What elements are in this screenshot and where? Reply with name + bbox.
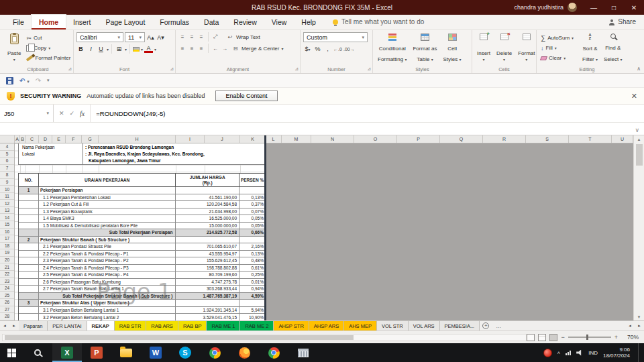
delete-cells-button[interactable]: Delete ▾ [494, 32, 514, 64]
increase-decimal-button[interactable]: ←.0 [333, 44, 342, 54]
scroll-up-icon[interactable]: ▲ [637, 135, 641, 143]
copy-button[interactable]: Copy ▾ [25, 44, 72, 52]
cell-uraian[interactable]: 2.3 Pekerjaan Tanah & Pondasi Pilecap - … [39, 257, 176, 264]
sheet-tab-rekap[interactable]: REKAP [87, 321, 115, 330]
minimize-button[interactable]: — [584, 0, 604, 15]
cell-persen[interactable]: 0,13% [239, 251, 265, 257]
cut-button[interactable]: ✂Cut [25, 34, 72, 42]
cell-uraian[interactable]: Pekerjaan Struktur Bawah ( Sub Structure… [39, 237, 176, 243]
page-break-boundary[interactable] [264, 135, 266, 320]
merge-center-button[interactable]: ⊟Merge & Center ▾ [230, 44, 284, 53]
ribbon-tab-home[interactable]: Home [32, 15, 66, 29]
row-header-8[interactable]: 8 [0, 172, 14, 179]
skype-icon[interactable]: S [170, 343, 200, 362]
cell-no[interactable] [19, 314, 39, 320]
cell-persen[interactable] [239, 237, 265, 243]
start-button[interactable] [0, 343, 23, 362]
file-explorer-icon[interactable] [111, 343, 141, 362]
table-row[interactable]: 3.1 Pekerjaan Beton Bertulang Lantai 11.… [19, 307, 265, 314]
cell-no[interactable] [19, 243, 39, 250]
cell-uraian[interactable]: 2.5 Pekerjaan Tanah & Pondasi Pilecap - … [39, 272, 176, 278]
clipboard-dialog-launcher[interactable]: ⊿ [68, 66, 72, 72]
cell-persen[interactable]: 0,48% [239, 257, 265, 264]
align-left-button[interactable]: ≡ [178, 46, 186, 52]
sheet-nav-right-icon[interactable]: ▸ [9, 321, 19, 330]
cell-jumlah[interactable]: 16.525.000,00 [176, 215, 239, 222]
font-size-select[interactable]: 11▾ [125, 32, 145, 42]
cell-no[interactable] [19, 208, 39, 215]
column-header-E[interactable]: E [52, 135, 66, 143]
format-as-table-button[interactable]: Format as Table ▾ [411, 32, 439, 64]
clock[interactable]: 9:06 18/07/2024 [603, 347, 630, 359]
cell-uraian[interactable]: 2.4 Pekerjaan Tanah & Pondasi Pilecap - … [39, 265, 176, 272]
cell-no[interactable]: 1 [19, 187, 39, 194]
ribbon-tab-file[interactable]: File [5, 15, 32, 29]
column-header-Q[interactable]: Q [440, 135, 483, 143]
table-row[interactable]: Sub Total Pekerjaan Persiapan214.925.772… [19, 229, 265, 237]
row-header-20[interactable]: 20 [0, 257, 14, 264]
table-row[interactable]: 2.5 Pekerjaan Tanah & Pondasi Pilecap - … [19, 272, 265, 279]
table-row[interactable]: 2.1 Pekerjaan Pondasi Strauss Pile701.06… [19, 243, 265, 251]
align-top-button[interactable]: ≡ [178, 34, 186, 40]
column-header-F[interactable]: F [66, 135, 82, 143]
row-header-7[interactable]: 7 [0, 165, 14, 172]
decrease-indent-button[interactable]: ← [211, 46, 219, 52]
sheet-nav-left-icon[interactable]: ◂ [0, 321, 9, 330]
cell-jumlah[interactable]: 43.555.954,97 [176, 251, 239, 257]
table-row[interactable]: 1Pekerjaan Persiapan [19, 187, 265, 194]
table-row[interactable]: 2.3 Pekerjaan Tanah & Pondasi Pilecap - … [19, 257, 265, 265]
show-desktop-button[interactable] [638, 343, 641, 362]
column-header-P[interactable]: P [397, 135, 440, 143]
row-header-15[interactable]: 15 [0, 221, 14, 229]
ribbon-tab-data[interactable]: Data [197, 15, 226, 29]
network-icon[interactable] [566, 351, 571, 355]
increase-indent-button[interactable]: → [221, 46, 229, 52]
conditional-formatting-button[interactable]: Conditional Formatting ▾ [376, 32, 409, 64]
cell-jumlah[interactable]: 1.924.391.345,14 [176, 307, 239, 314]
cell-jumlah[interactable]: 155.629.612,45 [176, 257, 239, 264]
row-header-26[interactable]: 26 [0, 299, 14, 306]
column-header-R[interactable]: R [483, 135, 526, 143]
row-header-16[interactable]: 16 [0, 229, 14, 236]
sheet-canvas[interactable]: 4567891011121314151617181920212223242526… [0, 143, 633, 320]
page-layout-view-button[interactable] [538, 334, 546, 341]
align-middle-button[interactable]: ≡ [188, 34, 196, 40]
zoom-slider-thumb[interactable] [586, 335, 588, 340]
ribbon-tab-page-layout[interactable]: Page Layout [98, 15, 152, 29]
add-sheet-button[interactable]: + [480, 321, 492, 330]
insert-cells-button[interactable]: Insert ▾ [475, 32, 492, 64]
ribbon-tab-view[interactable]: View [264, 15, 294, 29]
cell-persen[interactable]: 2,16% [239, 243, 265, 250]
language-indicator[interactable]: IND [588, 350, 598, 356]
cell-jumlah[interactable]: 21.634.998,00 [176, 208, 239, 215]
column-header-O[interactable]: O [354, 135, 397, 143]
column-header-I[interactable]: I [176, 135, 205, 143]
row-header-10[interactable]: 10 [0, 186, 14, 193]
cell-no[interactable] [19, 215, 39, 222]
cell-no[interactable] [19, 286, 39, 292]
avatar[interactable] [568, 3, 577, 12]
cell-persen[interactable]: 0,94% [239, 286, 265, 292]
cell-persen[interactable]: 0,01% [239, 279, 265, 286]
find-select-button[interactable]: Find & Select ▾ [602, 32, 624, 64]
row-header-21[interactable]: 21 [0, 263, 14, 271]
vertical-scrollbar[interactable]: ▲ ▼ [633, 135, 644, 320]
page-break-preview-button[interactable] [549, 334, 557, 341]
collapse-ribbon-icon[interactable]: ∧ [637, 66, 641, 72]
row-header-13[interactable]: 13 [0, 207, 14, 215]
excel-icon[interactable]: X [52, 343, 82, 362]
scroll-down-icon[interactable]: ▼ [637, 313, 641, 320]
row-header-27[interactable]: 27 [0, 306, 14, 314]
ribbon-tab-help[interactable]: Help [294, 15, 323, 29]
cell-jumlah[interactable]: 198.788.802,88 [176, 265, 239, 272]
volume-icon[interactable] [576, 350, 583, 356]
cell-no[interactable] [19, 257, 39, 264]
row-header-6[interactable]: 6 [0, 158, 14, 165]
align-center-button[interactable]: ≡ [188, 46, 196, 52]
font-color-button[interactable]: A [144, 45, 153, 53]
normal-view-button[interactable] [527, 334, 535, 341]
sort-filter-button[interactable]: AZ Sort & Filter ▾ [580, 32, 600, 64]
percent-style-button[interactable]: % [313, 44, 322, 54]
insert-function-icon[interactable]: fx [80, 110, 85, 117]
cell-persen[interactable]: 0,13% [239, 194, 265, 201]
